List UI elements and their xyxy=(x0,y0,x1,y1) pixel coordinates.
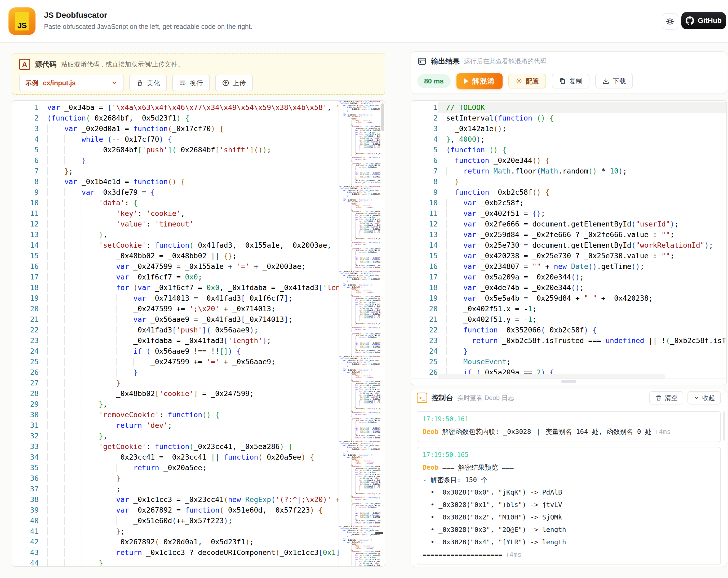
code-line: 9 function _0xb2c58f() { xyxy=(411,187,726,198)
line-number: 4 xyxy=(411,134,438,144)
line-number: 9 xyxy=(12,187,39,198)
line-number: 5 xyxy=(411,144,438,155)
code-line: 44 } xyxy=(12,558,385,567)
line-number: 21 xyxy=(411,314,438,325)
line-number: 3 xyxy=(12,124,39,134)
line-number: 34 xyxy=(12,452,39,463)
code-line: 20 _0x402f51.x = -1; xyxy=(411,304,726,314)
line-number: 28 xyxy=(12,388,39,399)
scrollbar-thumb[interactable] xyxy=(561,380,576,383)
line-number: 36 xyxy=(12,473,39,484)
line-number: 1 xyxy=(12,102,39,113)
line-number: 44 xyxy=(12,558,39,567)
code-line: 26 } xyxy=(12,367,385,378)
code-line: 22 function _0x352066(_0xb2c58f) { xyxy=(411,325,726,335)
copy-button[interactable]: 复制 xyxy=(552,74,590,88)
code-line: 43 return _0x1c1cc3 ? decodeURIComponent… xyxy=(12,547,385,558)
config-button[interactable]: 配置 xyxy=(509,74,546,88)
deobfuscate-button-label: 解混淆 xyxy=(472,76,495,86)
code-line: 1var _0x34ba = ['\x4a\x63\x4f\x46\x77\x3… xyxy=(12,102,385,113)
line-number: 43 xyxy=(12,547,39,558)
line-number: 10 xyxy=(12,198,39,208)
collapse-console-button[interactable]: 收起 xyxy=(687,391,721,404)
line-number: 14 xyxy=(411,240,438,251)
line-number: 25 xyxy=(12,357,39,367)
beautify-icon xyxy=(136,79,144,87)
console-log-row: - 解密条目: 150 个 xyxy=(422,474,715,486)
output-code-editor[interactable]: 1// TOLOOK2setInterval(function () {3 _0… xyxy=(411,100,727,385)
line-number: 38 xyxy=(12,494,39,505)
line-number: 35 xyxy=(12,463,39,473)
code-line: 19 var _0x5e5a4b = _0x259d84 + "_" + _0x… xyxy=(411,293,726,304)
line-number: 24 xyxy=(411,346,438,357)
code-line: 39 var _0x267892 = function(_0x51e60d, _… xyxy=(12,505,385,516)
clear-console-button[interactable]: 清空 xyxy=(649,391,683,404)
example-select[interactable]: 示例 cx/input.js xyxy=(19,75,124,91)
line-number: 17 xyxy=(411,272,438,282)
line-number: 14 xyxy=(12,240,39,251)
code-line: 18 for (var _0x1f6cf7 = 0x0, _0x1fdaba =… xyxy=(12,282,385,293)
theme-toggle-button[interactable] xyxy=(662,13,678,30)
editor-horizontal-scrollbar[interactable] xyxy=(411,378,726,385)
line-number: 21 xyxy=(12,314,39,325)
line-number: 16 xyxy=(411,261,438,272)
line-number: 9 xyxy=(411,187,438,198)
code-line: 10 'data': { xyxy=(12,198,385,208)
wrap-button[interactable]: 换行 xyxy=(172,75,210,91)
code-line: 35 return _0x20a5ee; xyxy=(12,463,385,473)
line-number: 29 xyxy=(12,399,39,410)
line-number: 17 xyxy=(12,272,39,282)
editor-vertical-scrollbar[interactable] xyxy=(381,101,385,566)
upload-icon xyxy=(222,79,229,87)
download-button[interactable]: 下载 xyxy=(595,74,633,88)
console-log-row: Deob=== 解密结果预览 === xyxy=(422,461,715,474)
line-number: 20 xyxy=(411,304,438,314)
clear-console-label: 清空 xyxy=(665,394,677,402)
terminal-icon: >_ xyxy=(417,393,427,403)
output-panel-subtitle: 运行后在此查看解混淆的代码 xyxy=(464,57,547,65)
code-line: 29 }, xyxy=(12,399,385,410)
code-line: 34 _0x23cc41 = _0x23cc41 || function(_0x… xyxy=(12,452,385,463)
line-number: 15 xyxy=(411,251,438,261)
collapse-console-label: 收起 xyxy=(702,394,715,402)
code-line: 8 var _0x1b4e1d = function() { xyxy=(12,177,385,187)
beautify-button[interactable]: 美化 xyxy=(129,75,167,91)
console-log-list: 17:19:50.161Deob解密函数包装内联: _0x3028 ｜ 变量别名… xyxy=(411,407,727,569)
code-line: 17 var _0x5a209a = _0x20e344(); xyxy=(411,272,726,282)
minimap-marker[interactable] xyxy=(375,532,383,534)
code-line: 15 var _0x420238 = _0x25e730 ? _0x25e730… xyxy=(411,251,726,261)
code-line: 2setInterval(function () { xyxy=(411,113,726,124)
code-line: 15 _0x48bb02 = _0x48bb02 || {}; xyxy=(12,251,385,261)
github-button[interactable]: GitHub xyxy=(681,12,726,29)
code-line: 37 ; xyxy=(12,484,385,494)
elapsed-suffix: +4ms xyxy=(505,551,521,558)
code-line: 3 _0x142a1e(); xyxy=(411,124,726,134)
code-line: 40 _0x51e60d(++_0x57f223); xyxy=(12,516,385,526)
code-line: 12 var _0x2fe666 = document.getElementBy… xyxy=(411,219,726,229)
upload-button[interactable]: 上传 xyxy=(215,75,253,91)
output-panel-title: 输出结果 xyxy=(431,56,460,66)
deob-label: Deob xyxy=(422,464,438,471)
source-panel-title: 源代码 xyxy=(35,60,56,69)
line-number: 19 xyxy=(411,293,438,304)
code-line: 42 _0x267892(_0x20d0a1, _0x5d23f1); xyxy=(12,537,385,547)
line-number: 41 xyxy=(12,526,39,537)
line-number: 26 xyxy=(12,367,39,378)
editor-minimap[interactable]: var _0x34ba = ['\x4a\x63\x4f\x46\x77\x34… xyxy=(339,101,381,566)
code-line: 23 _0x1fdaba = _0x41fad3['length']; xyxy=(12,335,385,346)
console-log-row: • _0x3028("0x4", "[YLR") -> length xyxy=(422,536,715,548)
code-line: 17 var _0x1f6cf7 = 0x0; xyxy=(12,272,385,282)
source-code-editor[interactable]: 1var _0x34ba = ['\x4a\x63\x4f\x46\x77\x3… xyxy=(12,100,385,567)
js-logo-icon: JS xyxy=(16,12,29,30)
console-scrollbar[interactable] xyxy=(723,411,725,441)
scrollbar-thumb[interactable] xyxy=(381,103,384,131)
line-number: 18 xyxy=(411,282,438,293)
line-number: 4 xyxy=(12,134,39,144)
code-line: 38 var _0x1c1cc3 = _0x23cc41(new RegExp(… xyxy=(12,494,385,505)
line-number: 7 xyxy=(411,166,438,177)
line-number: 12 xyxy=(12,219,39,229)
console-log-entry: 17:19:50.165Deob=== 解密结果预览 ===- 解密条目: 15… xyxy=(417,447,721,565)
code-line: 9 var _0x3dfe79 = { xyxy=(12,187,385,198)
deobfuscate-button[interactable]: 解混淆 xyxy=(457,73,502,89)
deob-label: Deob xyxy=(422,428,438,436)
